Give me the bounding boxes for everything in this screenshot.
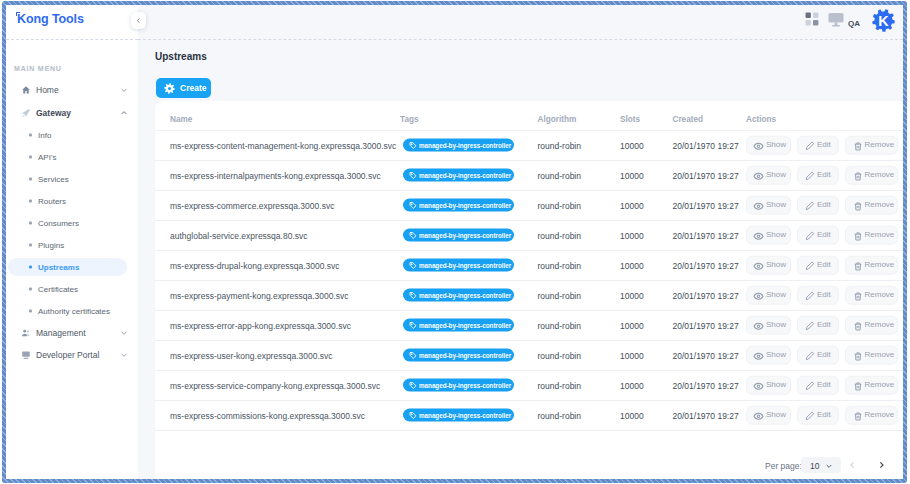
- svg-text:K: K: [878, 13, 889, 29]
